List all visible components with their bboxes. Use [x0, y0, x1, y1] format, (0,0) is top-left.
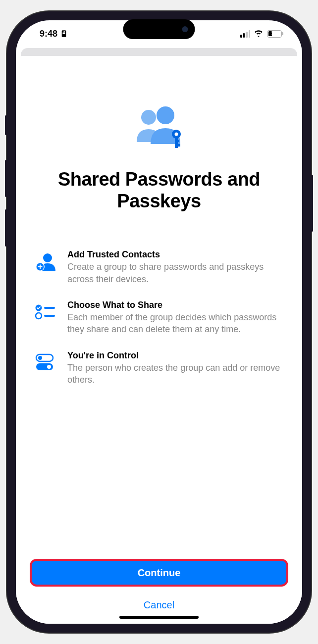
- dynamic-island: [123, 19, 195, 39]
- feature-description: Each member of the group decides which p…: [67, 311, 283, 336]
- svg-rect-7: [175, 140, 179, 142]
- feature-description: The person who creates the group can add…: [67, 362, 283, 386]
- svg-point-16: [36, 313, 42, 319]
- continue-button[interactable]: Continue: [30, 559, 288, 587]
- svg-rect-1: [62, 32, 65, 34]
- battery-icon: 30: [267, 30, 283, 38]
- wifi-icon: [254, 29, 264, 39]
- page-title: Shared Passwords and Passkeys: [30, 169, 288, 212]
- svg-point-21: [47, 365, 51, 369]
- status-time: 9:48: [40, 29, 57, 39]
- feature-title: Choose What to Share: [67, 300, 283, 310]
- svg-rect-13: [38, 266, 43, 267]
- svg-point-19: [38, 356, 42, 360]
- feature-row-control: You're in Control The person who creates…: [30, 350, 288, 386]
- toggles-icon: [35, 351, 56, 373]
- feature-description: Create a group to share passwords and pa…: [67, 261, 283, 285]
- phone-frame: 9:48: [7, 11, 311, 633]
- svg-rect-6: [175, 144, 180, 147]
- modal-sheet: Shared Passwords and Passkeys: [16, 56, 302, 624]
- cancel-button[interactable]: Cancel: [30, 595, 288, 615]
- screen: 9:48: [16, 20, 302, 624]
- shared-passwords-hero-icon: [132, 105, 186, 151]
- checklist-icon: [35, 301, 56, 323]
- home-indicator[interactable]: [119, 616, 199, 619]
- svg-rect-15: [44, 307, 55, 309]
- svg-point-8: [175, 133, 178, 136]
- feature-row-choose: Choose What to Share Each member of the …: [30, 300, 288, 336]
- svg-point-3: [157, 106, 174, 124]
- add-contact-icon: [35, 250, 56, 272]
- feature-title: Add Trusted Contacts: [67, 249, 283, 260]
- cellular-signal-icon: [240, 30, 250, 38]
- feature-title: You're in Control: [67, 350, 283, 361]
- battery-percent: 30: [267, 31, 281, 37]
- feature-row-contacts: Add Trusted Contacts Create a group to s…: [30, 249, 288, 285]
- svg-point-9: [43, 253, 52, 262]
- svg-point-2: [141, 110, 156, 125]
- features-list: Add Trusted Contacts Create a group to s…: [30, 249, 288, 559]
- svg-rect-17: [44, 315, 55, 317]
- orientation-lock-icon: [60, 30, 67, 37]
